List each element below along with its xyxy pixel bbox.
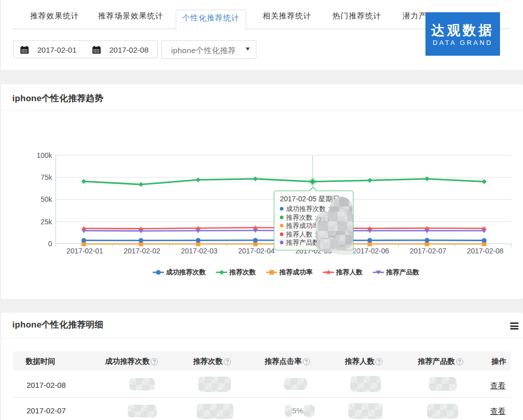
svg-text:2017-02-02: 2017-02-02	[124, 247, 160, 255]
svg-text:2017-02-03: 2017-02-03	[181, 247, 218, 255]
svg-text:75k: 75k	[40, 173, 53, 181]
svg-text:2017-02-01: 2017-02-01	[66, 247, 103, 255]
svg-text:2017-02-04: 2017-02-04	[238, 247, 275, 255]
svg-text:0: 0	[48, 240, 52, 248]
svg-text:2017-02-07: 2017-02-07	[410, 247, 446, 255]
svg-text:25k: 25k	[40, 218, 53, 226]
svg-text:100k: 100k	[37, 151, 53, 159]
svg-text:2017-02-08: 2017-02-08	[467, 247, 504, 255]
svg-text:50k: 50k	[40, 195, 53, 203]
